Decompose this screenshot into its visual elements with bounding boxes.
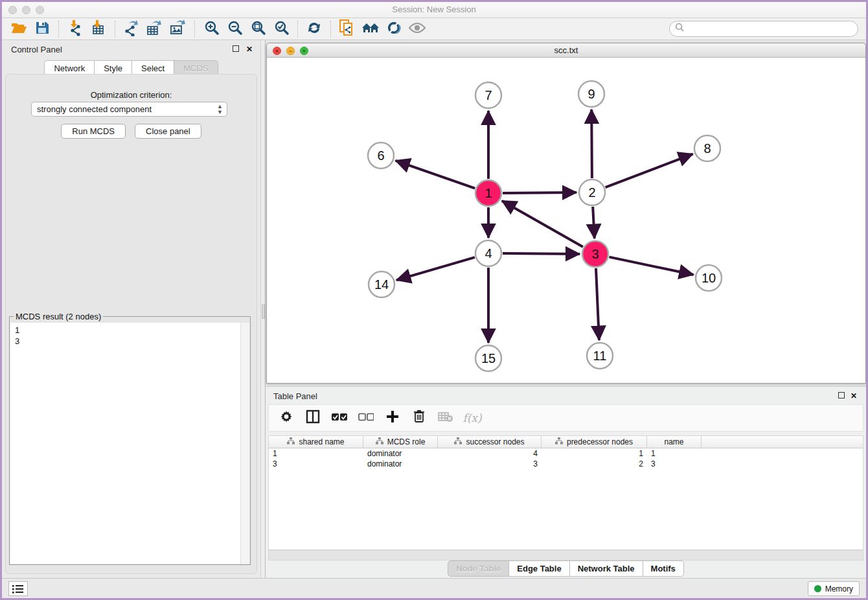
column-header-successor-nodes[interactable]: successor nodes: [438, 436, 542, 448]
zoom-fit-button[interactable]: [246, 19, 269, 39]
table-tabs: Node TableEdge TableNetwork TableMotifs: [266, 560, 866, 577]
memory-button[interactable]: Memory: [808, 581, 860, 596]
edge-1-2[interactable]: [503, 192, 577, 193]
zoom-fit-icon: [251, 20, 266, 38]
fx-icon: f(x): [463, 411, 481, 424]
node-7[interactable]: 7: [475, 82, 501, 108]
title-bar: Session: New Session: [2, 2, 866, 18]
network-graph[interactable]: 7968124314101511: [267, 58, 865, 383]
edge-3-11[interactable]: [596, 268, 599, 340]
zoom-selected-icon: [274, 20, 289, 38]
mcds-result-title: MCDS result (2 nodes): [14, 312, 103, 321]
node-4[interactable]: 4: [475, 240, 501, 266]
node-8[interactable]: 8: [694, 135, 720, 161]
tab-motifs[interactable]: Motifs: [643, 560, 684, 577]
divider-grip[interactable]: [262, 305, 265, 319]
zoom-selected-button[interactable]: [269, 19, 293, 39]
refresh-network-button[interactable]: [303, 19, 326, 39]
node-1[interactable]: 1: [475, 180, 501, 206]
open-session-button[interactable]: [7, 19, 30, 39]
edge-4-14[interactable]: [396, 257, 475, 280]
node-label: 15: [481, 351, 496, 365]
panel-divider[interactable]: [260, 40, 266, 578]
table-cell: 1: [647, 448, 702, 459]
column-header-name[interactable]: name: [647, 436, 702, 448]
table-cell: 3: [647, 459, 702, 469]
save-session-button[interactable]: [30, 19, 54, 39]
table-row[interactable]: 1dominator411: [269, 448, 863, 459]
network-window: × − + scc.txt 7968124314101511: [266, 43, 866, 384]
mcds-result-list[interactable]: 13: [10, 323, 240, 564]
delete-column-icon: [413, 410, 425, 426]
delete-table-icon: [438, 411, 453, 426]
import-network-button[interactable]: [63, 19, 87, 39]
edge-3-10[interactable]: [610, 257, 694, 275]
annotations-button[interactable]: [382, 19, 405, 39]
tab-edge-table[interactable]: Edge Table: [509, 560, 569, 577]
unselect-all-rows-button[interactable]: [358, 410, 374, 426]
zoom-in-button[interactable]: [200, 19, 223, 39]
zoom-out-button[interactable]: [223, 19, 246, 39]
optimization-dropdown[interactable]: strongly connected component ▲▼: [31, 102, 227, 117]
result-scrollbar[interactable]: [240, 323, 249, 564]
network-from-selection-icon: [339, 19, 356, 39]
column-header-MCDS-role[interactable]: MCDS role: [363, 436, 438, 448]
node-14[interactable]: 14: [369, 271, 394, 297]
edge-2-3[interactable]: [593, 207, 595, 238]
control-panel: Control Panel ✕ NetworkStyleSelectMCDS O…: [2, 40, 260, 578]
float-table-panel-icon[interactable]: [838, 391, 845, 400]
float-panel-icon[interactable]: [233, 45, 239, 54]
column-header-shared-name[interactable]: shared name: [269, 436, 363, 448]
settings-gear-button[interactable]: [278, 410, 295, 426]
edge-1-6[interactable]: [396, 161, 475, 189]
edge-4-3[interactable]: [503, 253, 580, 254]
network-canvas[interactable]: 7968124314101511: [267, 58, 865, 383]
column-header-predecessor-nodes[interactable]: predecessor nodes: [542, 436, 647, 448]
delete-column-button[interactable]: [411, 410, 428, 426]
node-label: 14: [374, 277, 389, 292]
close-panel-button[interactable]: Close panel: [135, 124, 201, 139]
edge-2-9[interactable]: [591, 110, 592, 178]
search-input[interactable]: [685, 23, 858, 36]
import-network-icon: [67, 19, 83, 39]
network-window-titlebar[interactable]: × − + scc.txt: [267, 43, 865, 58]
home-button[interactable]: [359, 19, 382, 39]
select-all-rows-icon: [332, 411, 347, 425]
node-11[interactable]: 11: [587, 343, 613, 369]
node-table[interactable]: shared nameMCDS rolesuccessor nodesprede…: [268, 435, 863, 550]
node-10[interactable]: 10: [696, 265, 722, 291]
import-table-button[interactable]: [87, 19, 110, 39]
table-cell: 4: [438, 448, 542, 459]
table-row[interactable]: 3dominator323: [269, 459, 863, 469]
export-image-button[interactable]: [166, 19, 190, 39]
network-from-selection-button[interactable]: [336, 19, 359, 39]
node-6[interactable]: 6: [368, 143, 394, 168]
close-table-panel-icon[interactable]: ✕: [851, 391, 857, 400]
column-chooser-button[interactable]: [304, 410, 321, 426]
node-2[interactable]: 2: [579, 179, 605, 205]
run-mcds-button[interactable]: Run MCDS: [61, 124, 126, 139]
tree-icon: [287, 437, 295, 446]
select-all-rows-button[interactable]: [331, 410, 348, 426]
save-session-icon: [34, 20, 50, 38]
close-panel-icon[interactable]: ✕: [246, 45, 253, 54]
edge-3-1[interactable]: [502, 201, 583, 247]
function-builder-button[interactable]: f(x): [464, 410, 481, 426]
toolbar-separator: [58, 21, 59, 38]
node-15[interactable]: 15: [475, 345, 501, 371]
export-network-button[interactable]: [120, 19, 143, 39]
mcds-result-box: MCDS result (2 nodes) 13: [9, 316, 251, 565]
delete-table-button[interactable]: [437, 410, 454, 426]
export-table-button[interactable]: [143, 19, 166, 39]
search-box[interactable]: [669, 21, 858, 37]
node-3[interactable]: 3: [582, 241, 608, 267]
task-history-button[interactable]: [8, 581, 28, 596]
add-column-icon: [386, 410, 399, 426]
show-hide-button[interactable]: [405, 19, 429, 39]
node-9[interactable]: 9: [578, 81, 604, 107]
tab-network-table[interactable]: Network Table: [570, 560, 643, 577]
table-hscrollbar[interactable]: [268, 550, 863, 560]
edge-2-8[interactable]: [606, 154, 693, 188]
add-column-button[interactable]: [384, 410, 401, 426]
tab-node-table[interactable]: Node Table: [448, 560, 509, 577]
